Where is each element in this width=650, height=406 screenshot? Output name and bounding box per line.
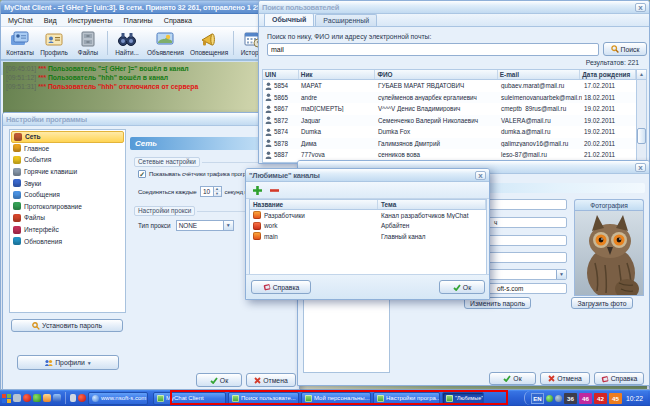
table-row[interactable]: 5872JaguarСеменченко Валерий НиколаевичV… [263, 115, 636, 127]
channel-row[interactable]: main Главный канал [250, 231, 486, 242]
tree-item-events[interactable]: События [11, 154, 124, 166]
person-icon [265, 93, 272, 101]
traffic-counter: 46 [579, 393, 592, 404]
profile-help-button[interactable]: Справка [594, 372, 644, 385]
task-my-profile[interactable]: Мой персональны... [301, 392, 371, 405]
channels-ok-button[interactable]: Ок [439, 280, 485, 294]
tree-item-interface[interactable]: Интерфейс [11, 224, 124, 236]
traffic-counter: 42 [594, 393, 607, 404]
taskbar-divider [65, 392, 66, 404]
plus-icon [252, 185, 263, 196]
contacts-icon [10, 31, 30, 48]
quicklaunch-icon[interactable] [33, 394, 41, 402]
windows-flag-icon[interactable] [2, 394, 11, 403]
tree-item-network[interactable]: Сеть [11, 131, 124, 143]
task-mychat-client[interactable]: MyChat Client [153, 392, 226, 405]
opera-icon[interactable] [23, 394, 31, 402]
close-icon[interactable]: x [635, 163, 646, 172]
upload-photo-button[interactable]: Загрузить фото [571, 297, 633, 309]
menu-item-mychat[interactable]: MyChat [8, 16, 33, 25]
tree-item-general[interactable]: Главное [11, 143, 124, 155]
tree-item-files[interactable]: Файлы [11, 212, 124, 224]
announcements-button[interactable]: Объявления [144, 28, 187, 58]
search-button[interactable]: Поиск [603, 42, 647, 56]
mychat-icon [377, 395, 384, 402]
tree-item-updates[interactable]: Обновления [11, 235, 124, 247]
task-settings[interactable]: Настройки програ... [373, 392, 440, 405]
tab-simple[interactable]: Обычный [264, 13, 314, 26]
chevron-down-icon[interactable]: ▼ [556, 270, 566, 279]
table-row[interactable]: 5887777vovaсенников воваleso-87@mail.ru2… [263, 149, 636, 161]
table-row[interactable]: 5865andreсулейменов ануарбек ергалиевичs… [263, 92, 636, 104]
table-row[interactable]: 5878ДимаГалимзянов Дмитрийgalimzyanov16@… [263, 138, 636, 150]
profiles-button[interactable]: Профили ▼ [17, 355, 119, 370]
language-indicator[interactable]: EN [531, 393, 544, 404]
close-icon[interactable]: x [475, 171, 486, 180]
table-row[interactable]: 5854MAPATГУБАЕВ МАРАТ ЯВДАТОВИЧgubaev.ma… [263, 80, 636, 92]
quicklaunch-icon[interactable] [43, 394, 51, 402]
tab-advanced[interactable]: Расширенный [315, 14, 377, 26]
settings-cancel-button[interactable]: Отмена [246, 373, 296, 387]
desktop: MyChat Client - =[ GHer ]= [uin:3]. В се… [0, 0, 650, 406]
table-row[interactable]: 5867maD[СМЕРТЬ]V^^^V Денис Владимировичc… [263, 103, 636, 115]
opera-icon[interactable] [78, 394, 86, 402]
announcements-icon [155, 31, 175, 48]
remove-channel-button[interactable] [267, 184, 281, 197]
proxy-type-select[interactable]: NONE▼ [176, 220, 234, 231]
menu-item-tools[interactable]: Инструменты [68, 16, 113, 25]
person-icon [265, 162, 272, 163]
x-icon [548, 375, 555, 382]
table-scrollbar[interactable]: ▲ [636, 69, 647, 162]
find-button[interactable]: Найти... [110, 28, 144, 58]
settings-titlebar[interactable]: Настройки программы [3, 113, 299, 126]
set-password-button[interactable]: Установить пароль [11, 319, 123, 332]
settings-ok-button[interactable]: Ок [196, 373, 242, 387]
close-icon[interactable]: x [635, 3, 646, 12]
person-icon [265, 105, 272, 113]
table-row[interactable]: 5874DumkaDumka Fox _dumka.a@mail.ru19.02… [263, 126, 636, 138]
channel-row[interactable]: work Арбайтен [250, 221, 486, 232]
search-titlebar[interactable]: Поиск пользователей x [259, 1, 649, 14]
tree-item-hotkeys[interactable]: Горячие клавиши [11, 166, 124, 178]
profile-button[interactable]: Профиль [37, 28, 71, 58]
quicklaunch-icon[interactable] [53, 394, 61, 402]
interface-icon [13, 226, 21, 234]
menu-item-help[interactable]: Справка [164, 16, 192, 25]
task-search-users[interactable]: Поиск пользовате... [228, 392, 299, 405]
table-header[interactable]: UINНикФИОE-mailДата рождения [263, 70, 636, 80]
channels-table-header[interactable]: Название Тема [250, 200, 486, 210]
files-button[interactable]: Файлы [71, 28, 105, 58]
task-favorite-channels[interactable]: "Любимые" каналы [442, 392, 484, 405]
log-icon [13, 202, 21, 210]
settings-tree: Сеть Главное События Горячие клавиши Зву… [9, 129, 126, 313]
quicklaunch-icon[interactable] [70, 394, 76, 402]
channels-help-button[interactable]: Справка [251, 280, 311, 294]
tree-item-logging[interactable]: Протоколирование [11, 201, 124, 213]
task-browser[interactable]: www.nsoft-s.com ... [88, 392, 148, 405]
search-input[interactable] [267, 43, 599, 56]
tray-status-icon[interactable] [546, 395, 553, 402]
channel-row[interactable]: Разработчики Канал разработчиков MyChat [250, 210, 486, 221]
channels-titlebar[interactable]: "Любимые" каналы x [246, 169, 489, 182]
profile-ok-button[interactable]: Ок [489, 372, 536, 385]
notifications-button[interactable]: Оповещения [187, 28, 231, 58]
checkbox-icon[interactable]: ✓ [138, 170, 146, 178]
contacts-button[interactable]: Контакты [3, 28, 37, 58]
reconnect-stepper[interactable]: 10▲▼ [200, 186, 222, 197]
settings-window-title: Настройки программы [6, 115, 296, 124]
music-note-icon [13, 179, 21, 187]
profile-notes-area[interactable] [303, 297, 390, 373]
menu-item-view[interactable]: Вид [44, 16, 57, 25]
add-channel-button[interactable] [250, 184, 264, 197]
quicklaunch-icon[interactable] [13, 394, 21, 402]
magnifier-icon [611, 45, 619, 53]
scrollbar-thumb[interactable] [637, 128, 646, 144]
menu-item-plugins[interactable]: Плагины [124, 16, 153, 25]
message-icon [13, 191, 21, 199]
tree-item-sounds[interactable]: Звуки [11, 177, 124, 189]
scroll-up-icon[interactable]: ▲ [637, 70, 646, 80]
profile-cancel-button[interactable]: Отмена [540, 372, 590, 385]
tray-status-icon[interactable] [555, 395, 562, 402]
spin-down-icon[interactable]: ▼ [214, 192, 221, 197]
tree-item-messages[interactable]: Сообщения [11, 189, 124, 201]
